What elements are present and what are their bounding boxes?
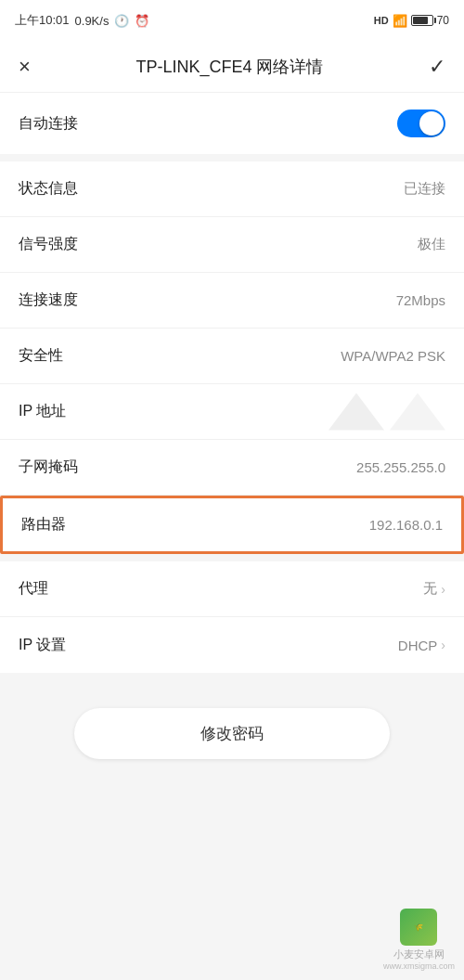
auto-connect-row: 自动连接 (0, 93, 464, 154)
proxy-value: 无 (423, 580, 437, 598)
battery-icon (411, 15, 433, 26)
ip-settings-value-group: DHCP › (398, 638, 445, 653)
ip-settings-chevron-icon: › (441, 638, 445, 652)
section-settings: 代理 无 › IP 设置 DHCP › (0, 561, 464, 673)
battery-label: 70 (437, 14, 449, 27)
status-right: HD 📶 70 (374, 14, 449, 28)
router-value: 192.168.0.1 (369, 517, 443, 533)
ip-settings-row[interactable]: IP 设置 DHCP › (0, 617, 464, 673)
status-row: 状态信息 已连接 (0, 161, 464, 217)
hd-icon: HD (374, 15, 389, 26)
status-bar: 上午10:01 0.9K/s 🕐 ⏰ HD 📶 70 (0, 0, 464, 41)
modify-password-button[interactable]: 修改密码 (74, 708, 390, 759)
section-info: 状态信息 已连接 信号强度 极佳 连接速度 72Mbps 安全性 WPA/WPA… (0, 161, 464, 554)
bottom-section: 修改密码 (0, 680, 464, 778)
signal-row: 信号强度 极佳 (0, 217, 464, 273)
security-label: 安全性 (19, 346, 63, 366)
page-title: TP-LINK_CFE4 网络详情 (135, 56, 323, 78)
watermark-shape-2 (390, 393, 445, 431)
subnet-row: 子网掩码 255.255.255.0 (0, 440, 464, 496)
subnet-value: 255.255.255.0 (356, 459, 445, 475)
content: 自动连接 状态信息 已连接 信号强度 极佳 连接速度 72Mbps 安全性 WP… (0, 93, 464, 778)
logo-image: 🌾 (400, 909, 437, 946)
router-label: 路由器 (21, 515, 66, 535)
ip-row: IP 地址 (0, 384, 464, 440)
time-label: 上午10:01 (15, 12, 70, 29)
security-row: 安全性 WPA/WPA2 PSK (0, 329, 464, 384)
close-button[interactable]: × (19, 55, 31, 79)
auto-connect-toggle[interactable] (397, 110, 445, 137)
proxy-chevron-icon: › (441, 582, 445, 597)
confirm-button[interactable]: ✓ (429, 55, 445, 79)
status-left: 上午10:01 0.9K/s 🕐 ⏰ (15, 12, 149, 29)
alarm-icon: 🕐 (114, 14, 129, 28)
ip-label: IP 地址 (19, 402, 66, 421)
status-label: 状态信息 (19, 179, 78, 199)
clock-icon: ⏰ (135, 14, 149, 28)
watermark-shape-1 (329, 393, 384, 431)
signal-label: 信号强度 (19, 235, 78, 254)
proxy-value-group: 无 › (423, 580, 445, 598)
ip-settings-label: IP 设置 (19, 636, 66, 655)
router-row: 路由器 192.168.0.1 (0, 496, 464, 554)
signal-value: 极佳 (418, 236, 445, 253)
wifi-icon: 📶 (393, 14, 407, 28)
header: × TP-LINK_CFE4 网络详情 ✓ (0, 41, 464, 93)
speed-value: 72Mbps (396, 292, 445, 308)
proxy-row[interactable]: 代理 无 › (0, 561, 464, 617)
status-value: 已连接 (404, 180, 445, 198)
subnet-label: 子网掩码 (19, 458, 78, 477)
watermark-site: www.xmsigma.com (383, 961, 455, 971)
ip-watermark (329, 393, 445, 431)
watermark-label: 小麦安卓网 (393, 948, 445, 961)
speed-label: 连接速度 (19, 290, 78, 310)
proxy-label: 代理 (19, 579, 48, 599)
network-speed: 0.9K/s (75, 14, 110, 28)
section-auto-connect: 自动连接 (0, 93, 464, 154)
security-value: WPA/WPA2 PSK (341, 348, 445, 364)
watermark-logo: 🌾 小麦安卓网 www.xmsigma.com (383, 909, 455, 971)
auto-connect-label: 自动连接 (19, 114, 78, 134)
speed-row: 连接速度 72Mbps (0, 273, 464, 329)
ip-settings-value: DHCP (398, 638, 438, 653)
